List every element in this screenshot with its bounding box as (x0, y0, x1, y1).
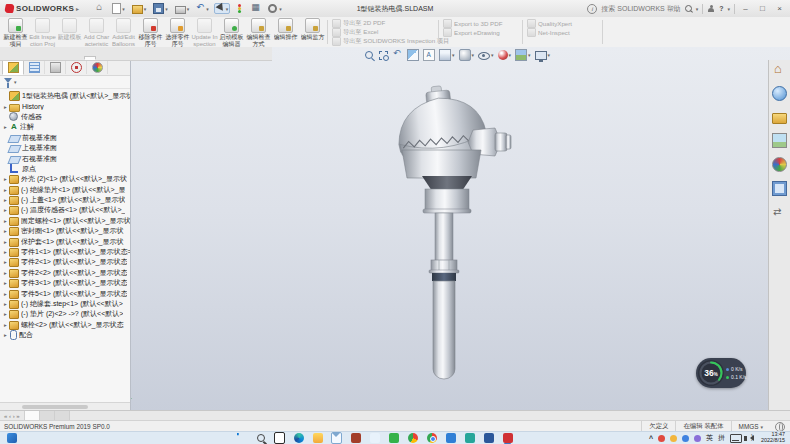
help-dropdown-icon[interactable]: ▾ (727, 6, 730, 12)
maximize-button[interactable]: □ (756, 4, 769, 13)
export-menu-item[interactable]: 导出至 SOLIDWORKS Inspection 项目 (332, 37, 432, 45)
expand-arrow-icon[interactable]: ▸ (2, 197, 9, 203)
tree-item[interactable]: ▸ 保护套<1> (默认<<默认>_显示状 (2, 236, 130, 246)
tree-item[interactable]: ▸ 外壳 (2)<1> (默认<<默认>_显示状 (2, 174, 130, 184)
search-icon[interactable] (685, 5, 692, 12)
edit-appearance-icon[interactable]: ▾ (498, 50, 512, 60)
design-library-tab[interactable] (772, 86, 787, 105)
expand-arrow-icon[interactable]: ▸ (2, 218, 9, 224)
hidden-icons-button[interactable]: ^ (649, 435, 653, 442)
mail-app[interactable] (331, 433, 342, 444)
new-document-button[interactable]: ▾ (110, 2, 127, 15)
configurationmanager-tab[interactable] (45, 61, 66, 74)
ribbon-button[interactable]: 新建检查项目 (2, 17, 29, 47)
section-view-icon[interactable] (407, 49, 419, 61)
ribbon-button[interactable]: 启动模板编辑器 (218, 17, 245, 47)
ribbon-button[interactable]: Add Characteristic (83, 17, 110, 47)
expand-arrow-icon[interactable]: ▸ (2, 124, 9, 130)
options-button[interactable]: ▾ (265, 2, 284, 15)
ribbon-button[interactable]: 新建模板 (56, 17, 83, 47)
tree-item[interactable]: ▸ 零件2<1> (默认<<默认>_显示状态 (2, 257, 130, 267)
tree-item[interactable]: ▸ (-) 上盖<1> (默认<<默认>_显示状 (2, 195, 130, 205)
tree-item[interactable]: ▸ 零件2<2> (默认<<默认>_显示状态 (2, 268, 130, 278)
display-style-icon[interactable]: ▾ (459, 49, 475, 61)
close-button[interactable]: × (773, 4, 786, 13)
export-menu-item[interactable]: Export to 3D PDF (443, 19, 517, 27)
view-palette-tab[interactable] (772, 133, 787, 152)
expand-arrow-icon[interactable]: ▸ (2, 104, 9, 110)
tree-item[interactable]: 右视基准面 (2, 153, 130, 163)
expand-arrow-icon[interactable]: ▸ (2, 207, 9, 213)
expand-arrow-icon[interactable]: ▸ (2, 332, 9, 338)
tray-icon-qq[interactable] (670, 435, 677, 442)
undo-button[interactable]: ▾ (194, 3, 211, 14)
ime-indicator[interactable]: 拼 (718, 433, 725, 443)
speaker-icon[interactable] (747, 435, 754, 441)
thermocouple-model[interactable] (389, 84, 519, 386)
tree-item[interactable]: 原点 (2, 164, 130, 174)
command-tab[interactable] (60, 56, 72, 60)
tree-item[interactable]: 上视基准面 (2, 143, 130, 153)
color-wheel-app[interactable] (407, 433, 418, 444)
open-button[interactable]: ▾ (130, 2, 149, 15)
youdao-app[interactable] (502, 433, 513, 444)
tree-item[interactable]: ▸ 零件1<1> (默认<<默认>_显示状态= (2, 247, 130, 257)
status-globe-icon[interactable] (775, 422, 785, 432)
expand-arrow-icon[interactable]: ▸ (2, 259, 9, 265)
remote-app[interactable] (445, 433, 456, 444)
propertymanager-tab[interactable] (24, 61, 45, 74)
command-tab[interactable] (48, 56, 60, 60)
expand-arrow-icon[interactable]: ▸ (2, 270, 9, 276)
edge-app[interactable] (293, 433, 304, 444)
help-search-input[interactable]: 搜索 SOLIDWORKS 帮助 (601, 4, 680, 14)
command-tab[interactable] (84, 56, 96, 60)
net-speed-widget[interactable]: 36% 0 K/s 0.1 K/s (696, 358, 746, 388)
ribbon-button[interactable]: 编辑监方 (299, 17, 326, 47)
export-menu-item[interactable]: Net-Inspect (527, 28, 597, 36)
tray-icon-red[interactable] (658, 435, 665, 442)
store-app[interactable] (350, 433, 361, 444)
annotation-views-icon[interactable] (423, 49, 435, 61)
ribbon-button[interactable]: Edit Inspection Project (29, 17, 56, 47)
file-explorer-tab[interactable] (772, 110, 787, 128)
expand-arrow-icon[interactable]: ▸ (2, 239, 9, 245)
expand-arrow-icon[interactable]: ▸ (2, 322, 9, 328)
expand-arrow-icon[interactable]: ▸ (2, 280, 9, 286)
help-button[interactable]: ? (719, 5, 723, 12)
language-indicator[interactable]: 英 (706, 433, 713, 443)
apply-scene-icon[interactable]: ▾ (515, 49, 531, 61)
task-view-button[interactable] (274, 433, 285, 444)
tree-item[interactable]: ▸ 注解 (2, 122, 130, 132)
tree-item[interactable]: ▸ 固定螺栓<1> (默认<<默认>_显示状 (2, 216, 130, 226)
security-app[interactable] (388, 433, 399, 444)
tree-filter[interactable]: ▾ (0, 76, 130, 89)
ribbon-button[interactable]: Update Inspection Project (191, 17, 218, 47)
expand-arrow-icon[interactable]: ▸ (2, 187, 9, 193)
view-orientation-icon[interactable]: ▾ (439, 49, 455, 61)
export-menu-item[interactable]: 导出至 2D PDF (332, 19, 432, 27)
wps-app[interactable] (464, 433, 475, 444)
featuremanager-tree-tab[interactable] (2, 60, 24, 75)
export-menu-item[interactable]: QualityXpert (527, 19, 597, 27)
word-app[interactable] (483, 433, 494, 444)
rebuild-button[interactable] (233, 3, 246, 14)
tree-item[interactable]: ▸ (-) 绝缘套.step<1> (默认<<默认> (2, 299, 130, 309)
file-explorer-app[interactable] (312, 433, 323, 444)
home-button[interactable] (94, 3, 107, 14)
login-account-icon[interactable] (707, 5, 715, 13)
expand-arrow-icon[interactable]: ▸ (2, 228, 9, 234)
tray-icon-shield[interactable] (682, 435, 689, 442)
export-menu-item[interactable]: Export eDrawing (443, 28, 517, 36)
chrome-app[interactable] (426, 433, 437, 444)
tree-item[interactable]: 传感器 (2, 112, 130, 122)
command-tab[interactable] (0, 56, 12, 60)
view-settings-icon[interactable]: ▾ (535, 50, 551, 60)
command-tab[interactable] (36, 56, 48, 60)
tree-item[interactable]: ▸ History (2, 101, 130, 111)
ribbon-button[interactable]: 编辑检查方式 (245, 17, 272, 47)
dimxpertmanager-tab[interactable] (66, 61, 87, 74)
cloud-drive-app[interactable] (369, 433, 380, 444)
zoom-to-fit-icon[interactable] (364, 50, 374, 60)
tree-item[interactable]: ▸ (-) 绝缘垫片<1> (默认<<默认>_显 (2, 185, 130, 195)
tree-item[interactable]: ▸ 密封圈<1> (默认<<默认>_显示状 (2, 226, 130, 236)
